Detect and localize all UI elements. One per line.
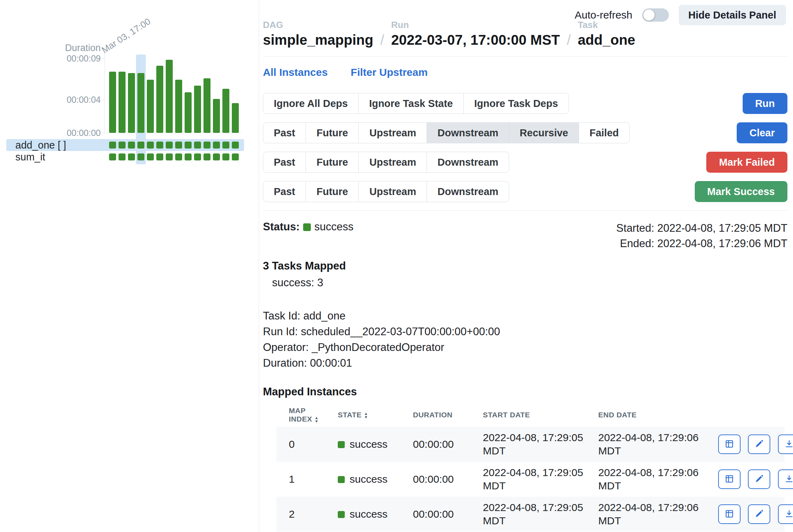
- task-instance-square[interactable]: [147, 142, 154, 149]
- mark-failed-option-future[interactable]: Future: [306, 152, 359, 173]
- rendered-button[interactable]: [748, 434, 770, 454]
- task-instance-square[interactable]: [137, 142, 144, 149]
- run-option-ignore-all-deps[interactable]: Ignore All Deps: [263, 93, 359, 114]
- clear-option-failed[interactable]: Failed: [579, 122, 630, 143]
- task-label-sum-it[interactable]: sum_it: [15, 151, 45, 163]
- mark-failed-option-upstream[interactable]: Upstream: [358, 152, 427, 173]
- task-instance-square[interactable]: [203, 153, 210, 160]
- mark-failed-option-past[interactable]: Past: [263, 152, 306, 173]
- state-success-square: [338, 476, 345, 483]
- duration-bar[interactable]: [232, 103, 239, 133]
- col-start-date: Start Date: [477, 403, 593, 427]
- task-instance-square[interactable]: [156, 142, 163, 149]
- duration-bar[interactable]: [203, 78, 210, 133]
- duration-bar[interactable]: [222, 89, 229, 133]
- mark-failed-button[interactable]: Mark Failed: [706, 152, 787, 173]
- rendered-button[interactable]: [748, 469, 770, 489]
- duration-bar[interactable]: [147, 80, 154, 133]
- hide-details-panel-button[interactable]: Hide Details Panel: [679, 5, 786, 25]
- cell-end-date: 2022-04-08, 17:29:06 MDT: [593, 462, 708, 497]
- dag-name[interactable]: simple_mapping: [263, 32, 373, 48]
- details-button[interactable]: [718, 434, 741, 454]
- col-map-index[interactable]: Map Index▲▼: [276, 403, 332, 427]
- task-instance-square[interactable]: [109, 142, 116, 149]
- run-id-line: Run Id: scheduled__2022-03-07T00:00:00+0…: [263, 324, 787, 339]
- mapped-instances-heading: Mapped Instances: [263, 386, 787, 398]
- task-instance-square[interactable]: [137, 153, 144, 160]
- tab-filter-upstream[interactable]: Filter Upstream: [351, 66, 428, 78]
- log-button[interactable]: [778, 434, 793, 454]
- cell-state: success: [332, 497, 407, 532]
- task-instance-square[interactable]: [232, 142, 239, 149]
- task-instance-square[interactable]: [213, 142, 220, 149]
- rendered-button[interactable]: [748, 504, 770, 524]
- mark-success-option-future[interactable]: Future: [306, 181, 359, 202]
- duration-bar[interactable]: [128, 73, 135, 133]
- task-instance-square[interactable]: [166, 153, 173, 160]
- task-instance-square[interactable]: [185, 153, 192, 160]
- auto-refresh-toggle[interactable]: [642, 8, 669, 22]
- clear-option-past[interactable]: Past: [263, 122, 306, 143]
- cell-end-date: 2022-04-08, 17:29:06 MDT: [593, 497, 708, 532]
- tasks-mapped-success-count: success: 3: [263, 276, 787, 289]
- duration-bar[interactable]: [137, 73, 144, 133]
- duration-bar[interactable]: [119, 72, 126, 133]
- mark-success-option-past[interactable]: Past: [263, 181, 306, 202]
- mark-failed-option-downstream[interactable]: Downstream: [427, 152, 509, 173]
- mark-success-button[interactable]: Mark Success: [695, 181, 787, 202]
- task-instance-square[interactable]: [194, 142, 201, 149]
- task-instance-square[interactable]: [175, 153, 182, 160]
- run-option-ignore-task-state[interactable]: Ignore Task State: [358, 93, 464, 114]
- details-panel: DAG simple_mapping / Run 2022-03-07, 17:…: [263, 0, 787, 532]
- task-instance-square[interactable]: [166, 142, 173, 149]
- log-button[interactable]: [778, 504, 793, 524]
- task-instance-square[interactable]: [156, 153, 163, 160]
- duration-bar[interactable]: [175, 80, 182, 133]
- cell-actions: [708, 497, 785, 532]
- task-instance-square[interactable]: [128, 142, 135, 149]
- task-instance-square[interactable]: [213, 153, 220, 160]
- task-name[interactable]: add_one: [578, 32, 635, 48]
- run-name[interactable]: 2022-03-07, 17:00:00 MST: [391, 32, 560, 48]
- mark-success-options-group: Past Future Upstream Downstream: [263, 181, 509, 202]
- col-state-label: State: [338, 411, 362, 419]
- cell-duration: 00:00:00: [407, 462, 477, 497]
- run-button[interactable]: Run: [743, 93, 787, 114]
- clear-option-upstream[interactable]: Upstream: [358, 122, 427, 143]
- log-button[interactable]: [778, 469, 793, 489]
- task-instance-square[interactable]: [194, 153, 201, 160]
- task-instance-square[interactable]: [222, 153, 229, 160]
- clear-option-downstream[interactable]: Downstream: [427, 122, 509, 143]
- task-instance-square[interactable]: [222, 142, 229, 149]
- details-button[interactable]: [718, 469, 741, 489]
- task-instance-square[interactable]: [109, 153, 116, 160]
- task-label-add-one[interactable]: add_one [ ]: [15, 139, 66, 151]
- duration-bar[interactable]: [185, 92, 192, 133]
- duration-bar[interactable]: [213, 99, 220, 133]
- clear-button[interactable]: Clear: [737, 122, 787, 143]
- duration-bar[interactable]: [109, 72, 116, 133]
- task-instance-square[interactable]: [203, 142, 210, 149]
- duration-bar[interactable]: [156, 66, 163, 133]
- task-instance-square[interactable]: [119, 153, 126, 160]
- task-instance-square[interactable]: [147, 153, 154, 160]
- task-instance-square[interactable]: [119, 142, 126, 149]
- task-instance-square[interactable]: [128, 153, 135, 160]
- airflow-grid-page: Duration 00:00:09 00:00:04 00:00:00 Mar …: [0, 0, 793, 532]
- mark-success-option-downstream[interactable]: Downstream: [427, 181, 509, 202]
- duration-bar[interactable]: [194, 86, 201, 133]
- clear-option-recursive[interactable]: Recursive: [509, 122, 579, 143]
- mark-success-option-upstream[interactable]: Upstream: [358, 181, 427, 202]
- col-state[interactable]: State▲▼: [332, 403, 407, 427]
- task-instance-square[interactable]: [175, 142, 182, 149]
- clear-option-future[interactable]: Future: [306, 122, 359, 143]
- task-id-line: Task Id: add_one: [263, 308, 787, 324]
- tab-all-instances[interactable]: All Instances: [263, 66, 328, 78]
- mark-failed-action-row: Past Future Upstream Downstream Mark Fai…: [263, 152, 787, 173]
- details-button[interactable]: [718, 504, 741, 524]
- task-instance-square[interactable]: [232, 153, 239, 160]
- run-option-ignore-task-deps[interactable]: Ignore Task Deps: [463, 93, 569, 114]
- duration-bar[interactable]: [166, 60, 173, 133]
- dag-label: DAG: [263, 20, 373, 30]
- task-instance-square[interactable]: [185, 142, 192, 149]
